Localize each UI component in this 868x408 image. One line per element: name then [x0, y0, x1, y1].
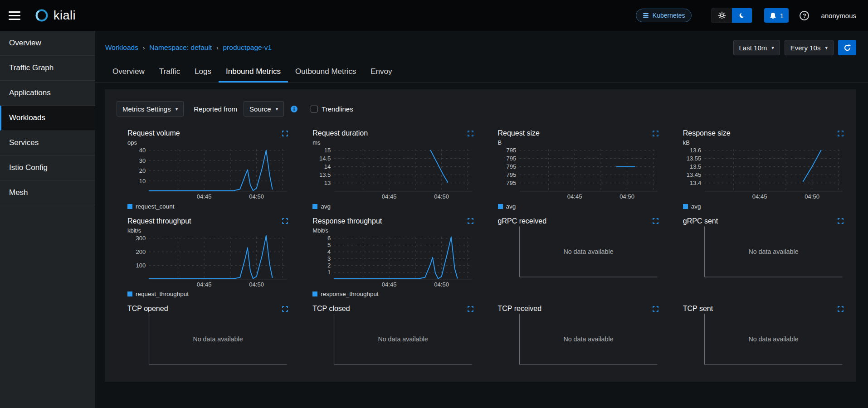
empty-plot: No data available [683, 225, 844, 282]
duration-select[interactable]: Last 10m ▾ [733, 40, 780, 55]
chart-title: Request volume [127, 129, 180, 137]
y-tick-label: 795 [506, 180, 516, 186]
grid-lines [334, 149, 472, 191]
menu-toggle-button[interactable] [6, 8, 23, 23]
sidebar-item-services[interactable]: Services [0, 131, 95, 155]
sidebar-item-applications[interactable]: Applications [0, 81, 95, 106]
no-data-label: No data available [748, 248, 798, 255]
legend-label: avg [321, 203, 331, 210]
help-button[interactable]: ? [800, 11, 809, 20]
refresh-interval-select[interactable]: Every 10s ▾ [785, 40, 834, 55]
breadcrumb-namespace[interactable]: Namespace: default [149, 44, 212, 52]
tab-traffic[interactable]: Traffic [152, 63, 187, 83]
tab-overview[interactable]: Overview [105, 63, 152, 83]
y-tick-label: 14 [324, 163, 331, 170]
y-tick-label: 10 [139, 178, 146, 185]
trendlines-checkbox[interactable]: Trendlines [311, 105, 353, 113]
kiali-brand: kiali [33, 7, 76, 24]
expand-chart-button[interactable] [281, 217, 289, 225]
x-tick-label: 04:50 [434, 193, 449, 200]
tab-logs[interactable]: Logs [187, 63, 219, 83]
chart-title: TCP sent [683, 305, 713, 313]
legend-label: avg [506, 203, 516, 210]
chart-header: TCP opened [127, 305, 289, 313]
y-tick-label: 2 [327, 262, 331, 269]
chart-unit-label: ops [127, 139, 289, 146]
expand-icon [653, 131, 658, 136]
expand-chart-button[interactable] [467, 217, 474, 225]
chart-header: Request volume [127, 129, 289, 137]
breadcrumb-workload-name[interactable]: productpage-v1 [223, 44, 272, 52]
expand-chart-button[interactable] [652, 217, 659, 225]
x-tick-label: 04:50 [619, 193, 634, 200]
no-data-label: No data available [748, 335, 798, 343]
y-tick-label: 13.6 [690, 147, 701, 154]
x-tick-label: 04:45 [197, 281, 212, 288]
y-tick-label: 14.5 [319, 155, 331, 162]
chart-header: gRPC received [498, 217, 659, 225]
expand-chart-button[interactable] [652, 305, 659, 313]
expand-chart-button[interactable] [837, 130, 844, 137]
chart-response-throughput: Response throughputMbit/s65432104:4504:5… [312, 217, 474, 298]
expand-chart-button[interactable] [281, 305, 289, 313]
topbar-right: Kubernetes [636, 8, 856, 23]
grid-lines [519, 149, 657, 191]
sidebar-item-istio-config[interactable]: Istio Config [0, 155, 95, 180]
expand-chart-button[interactable] [837, 217, 844, 225]
y-tick-label: 200 [136, 248, 146, 255]
tab-envoy[interactable]: Envoy [363, 63, 399, 83]
expand-chart-button[interactable] [467, 305, 474, 313]
chart-header: TCP received [498, 305, 659, 313]
grid-lines [149, 237, 287, 279]
main-content: Workloads › Namespace: default › product… [95, 31, 868, 408]
expand-chart-button[interactable] [467, 130, 474, 137]
chart-title: Request throughput [127, 217, 191, 225]
expand-chart-button[interactable] [652, 130, 659, 137]
chart-legend: request_throughput [127, 291, 289, 297]
sidebar-item-traffic-graph[interactable]: Traffic Graph [0, 56, 95, 81]
legend-swatch [312, 204, 317, 209]
legend-label: request_throughput [136, 291, 189, 297]
duration-value: Last 10m [739, 44, 767, 52]
chart-legend: avg [498, 203, 659, 210]
sidebar-item-workloads[interactable]: Workloads [0, 106, 95, 131]
plot: 1514.51413.51304:4504:50 [312, 146, 474, 202]
chart-title: Response size [683, 129, 731, 137]
chart-title: TCP closed [312, 305, 350, 313]
chart-grpc-received: gRPC receivedNo data available [498, 217, 659, 298]
kubernetes-badge[interactable]: Kubernetes [636, 9, 692, 22]
expand-chart-button[interactable] [281, 130, 289, 137]
reported-from-select[interactable]: Source ▾ [244, 101, 284, 117]
sidebar-item-mesh[interactable]: Mesh [0, 180, 95, 205]
x-tick-label: 04:50 [249, 281, 264, 288]
metrics-settings-select[interactable]: Metrics Settings ▾ [117, 101, 184, 117]
y-tick-label: 40 [139, 147, 146, 154]
y-tick-label: 300 [136, 235, 146, 242]
y-tick-label: 795 [506, 147, 516, 154]
sidebar-item-overview[interactable]: Overview [0, 31, 95, 56]
expand-chart-button[interactable] [837, 305, 844, 313]
chart-header: TCP sent [683, 305, 844, 313]
bell-icon [770, 12, 776, 19]
tab-outbound-metrics[interactable]: Outbound Metrics [288, 63, 363, 83]
charts-grid: Request volumeops4030201004:4504:50reque… [127, 129, 844, 369]
expand-icon [653, 218, 658, 224]
light-theme-button[interactable] [712, 8, 732, 23]
chart-request-throughput: Request throughputkbit/s30020010004:4504… [127, 217, 289, 298]
plot: 4030201004:4504:50 [127, 146, 289, 202]
tab-inbound-metrics[interactable]: Inbound Metrics [219, 63, 288, 83]
notifications-button[interactable]: 1 [764, 8, 789, 23]
chart-header: Response throughput [312, 217, 474, 225]
chart-unit-label: kbit/s [127, 227, 289, 234]
dark-theme-button[interactable] [732, 8, 752, 23]
y-tick-label: 795 [506, 155, 516, 162]
chart-response-size: Response sizekB13.613.5513.513.4513.404:… [683, 129, 844, 210]
topbar-left: kiali [6, 7, 76, 24]
page-header: Workloads › Namespace: default › product… [95, 31, 868, 60]
legend-swatch [127, 204, 132, 209]
refresh-button[interactable] [838, 40, 856, 55]
kubernetes-icon [643, 12, 649, 19]
breadcrumb-workloads[interactable]: Workloads [105, 44, 138, 52]
y-tick-label: 100 [136, 262, 146, 269]
info-icon[interactable] [290, 105, 298, 113]
